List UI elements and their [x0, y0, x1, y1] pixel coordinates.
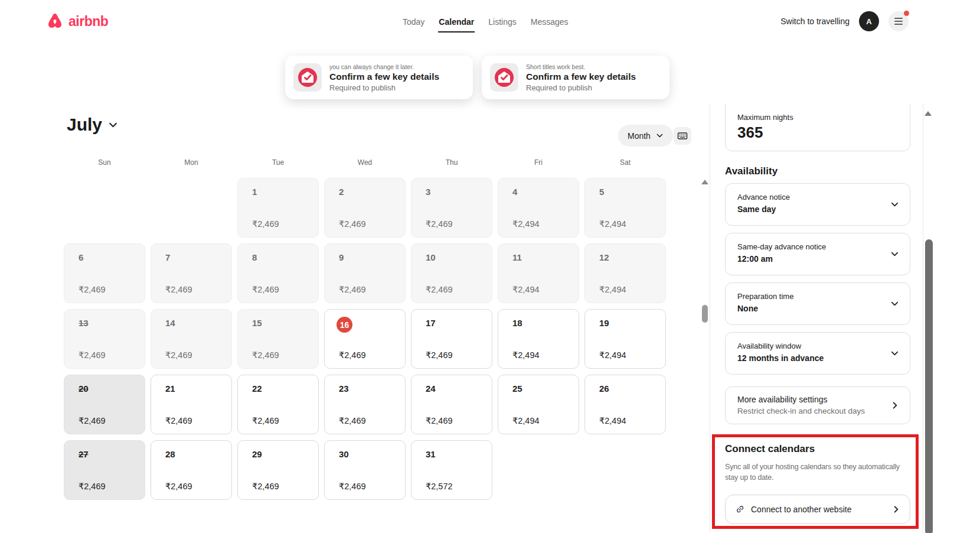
calendar-day-1[interactable]: 1₹2,469: [237, 178, 319, 238]
calendar-day-10[interactable]: 10₹2,469: [411, 243, 492, 303]
date-price: ₹2,469: [426, 350, 453, 360]
setting-value: Restrict check-in and checkout days: [737, 407, 884, 415]
menu-button[interactable]: [888, 11, 909, 31]
setting-card-preparation-time[interactable]: Preparation timeNone: [725, 282, 910, 325]
calendar-day-12[interactable]: 12₹2,494: [584, 243, 666, 303]
banner-title: Confirm a few key details: [329, 72, 439, 82]
date-price: ₹2,469: [165, 350, 192, 360]
date-price: ₹2,494: [599, 219, 626, 229]
airbnb-logo[interactable]: airbnb: [45, 0, 108, 43]
calendar-day-21[interactable]: 21₹2,469: [151, 375, 232, 434]
setting-value: 12 months in advance: [737, 353, 884, 363]
calendar-day-14[interactable]: 14₹2,469: [151, 309, 232, 369]
calendar-day-9[interactable]: 9₹2,469: [324, 243, 406, 303]
date-number: 5: [599, 187, 604, 197]
chevron-down-icon: [890, 300, 899, 308]
calendar-day-28[interactable]: 28₹2,469: [151, 440, 232, 500]
availability-section-title: Availability: [725, 165, 910, 177]
date-number: 31: [426, 449, 436, 459]
banner-hint: Short titles work best.: [526, 63, 636, 70]
banner-subtitle: Required to publish: [526, 83, 636, 92]
date-price: ₹2,494: [599, 350, 626, 360]
calendar-day-15[interactable]: 15₹2,469: [237, 309, 319, 369]
calendar-day-18[interactable]: 18₹2,494: [498, 309, 579, 369]
calendar-day-8[interactable]: 8₹2,469: [237, 243, 319, 303]
calendar-day-22[interactable]: 22₹2,469: [237, 375, 319, 434]
nav-tab-messages[interactable]: Messages: [530, 10, 569, 32]
date-price: ₹2,469: [79, 350, 106, 360]
calendar-day-16[interactable]: 16₹2,469: [324, 309, 406, 369]
calendar-day-5[interactable]: 5₹2,494: [584, 178, 666, 238]
calendar-day-27[interactable]: 27₹2,469: [64, 440, 145, 500]
link-icon: [735, 504, 745, 514]
maximum-nights-card[interactable]: Maximum nights 365: [725, 104, 910, 151]
connect-calendars-section: Connect calendars Sync all of your hosti…: [712, 434, 919, 529]
calendar-scrollbar-thumb[interactable]: [702, 305, 708, 323]
calendar-day-11[interactable]: 11₹2,494: [498, 243, 579, 303]
date-price: ₹2,494: [512, 285, 540, 294]
calendar-day-7[interactable]: 7₹2,469: [151, 243, 232, 303]
date-number: 22: [252, 384, 262, 394]
calendar-day-4[interactable]: 4₹2,494: [498, 178, 579, 238]
switch-to-travelling-link[interactable]: Switch to travelling: [780, 17, 850, 26]
calendar-day-6[interactable]: 6₹2,469: [64, 243, 145, 303]
more-availability-settings-card[interactable]: More availability settingsRestrict check…: [725, 386, 910, 424]
banner-card[interactable]: you can always change it later.Confirm a…: [285, 56, 473, 99]
connect-to-another-website-button[interactable]: Connect to another website: [725, 495, 910, 524]
calendar-day-3[interactable]: 3₹2,469: [411, 178, 492, 238]
setting-label: Preparation time: [737, 292, 884, 301]
avatar[interactable]: A: [859, 11, 879, 31]
calendar-day-26[interactable]: 26₹2,494: [584, 375, 666, 434]
calendar-day-29[interactable]: 29₹2,469: [237, 440, 319, 500]
maximum-nights-label: Maximum nights: [737, 113, 898, 122]
view-mode-dropdown[interactable]: Month: [618, 125, 673, 147]
date-price: ₹2,469: [79, 416, 106, 425]
calendar-day-24[interactable]: 24₹2,469: [411, 375, 492, 434]
nav-tab-today[interactable]: Today: [402, 10, 425, 32]
calendar-day-20[interactable]: 20₹2,469: [64, 375, 145, 434]
calendar-day-13[interactable]: 13₹2,469: [64, 309, 145, 369]
date-price: ₹2,469: [339, 350, 366, 360]
day-header-tue: Tue: [237, 158, 319, 167]
date-number: 10: [426, 252, 436, 262]
date-number: 3: [426, 187, 430, 197]
sidebar-scroll-up-arrow[interactable]: [925, 111, 932, 116]
banner-card[interactable]: Short titles work best.Confirm a few key…: [482, 56, 669, 99]
day-header-wed: Wed: [324, 158, 406, 167]
date-price: ₹2,469: [165, 285, 192, 294]
keyboard-shortcuts-button[interactable]: [674, 127, 691, 145]
logo-wordmark: airbnb: [68, 14, 108, 30]
calendar-day-17[interactable]: 17₹2,469: [411, 309, 492, 369]
nav-tab-calendar[interactable]: Calendar: [438, 10, 475, 32]
banner-title: Confirm a few key details: [526, 72, 636, 82]
date-number: 20: [79, 384, 89, 394]
date-number: 28: [165, 449, 175, 459]
setting-label: More availability settings: [737, 395, 884, 404]
setting-card-availability-window[interactable]: Availability window12 months in advance: [725, 332, 910, 375]
calendar-day-23[interactable]: 23₹2,469: [324, 375, 406, 434]
setting-card-advance-notice[interactable]: Advance noticeSame day: [725, 183, 910, 226]
date-number: 15: [252, 318, 262, 328]
date-price: ₹2,494: [512, 416, 540, 425]
calendar-scroll-up-arrow[interactable]: [701, 180, 708, 184]
nav-tab-listings[interactable]: Listings: [488, 10, 517, 32]
calendar-day-25[interactable]: 25₹2,494: [498, 375, 579, 434]
month-selector[interactable]: July: [67, 115, 118, 135]
date-number: 29: [252, 449, 262, 459]
date-price: ₹2,469: [79, 285, 106, 294]
calendar-day-31[interactable]: 31₹2,572: [411, 440, 492, 500]
date-price: ₹2,469: [165, 416, 192, 425]
top-bar: airbnb TodayCalendarListingsMessages Swi…: [0, 0, 980, 43]
chevron-down-icon: [890, 200, 899, 209]
date-price: ₹2,469: [252, 482, 279, 491]
setting-label: Same-day advance notice: [737, 242, 884, 251]
setting-card-same-day-advance-notice[interactable]: Same-day advance notice12:00 am: [725, 233, 910, 275]
date-number: 4: [512, 187, 517, 197]
calendar-day-2[interactable]: 2₹2,469: [324, 178, 406, 238]
setting-label: Availability window: [737, 342, 884, 350]
connect-calendars-description: Sync all of your hosting calendars so th…: [725, 462, 910, 483]
date-number: 13: [79, 318, 89, 328]
calendar-day-30[interactable]: 30₹2,469: [324, 440, 406, 500]
calendar-day-19[interactable]: 19₹2,494: [584, 309, 666, 369]
sidebar-scrollbar-thumb[interactable]: [925, 239, 933, 533]
